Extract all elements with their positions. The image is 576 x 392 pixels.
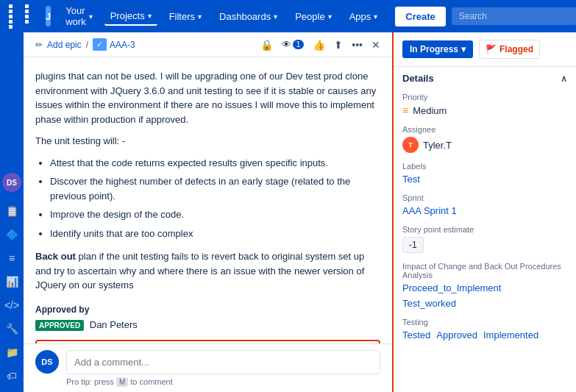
create-button[interactable]: Create bbox=[395, 7, 445, 26]
assignee-name: Tyler.T bbox=[423, 140, 452, 151]
details-section: Details ∧ Priority ≡ Medium Assignee T bbox=[394, 67, 576, 355]
back-out-text: plan if the unit testing fails to is rev… bbox=[35, 251, 364, 291]
comment-area: DS Pro tip: press M to comment bbox=[24, 343, 392, 392]
story-row: Story point estimate -1 bbox=[402, 225, 567, 253]
sidebar-icon-5[interactable]: </> bbox=[1, 295, 22, 316]
assignee-label: Assignee bbox=[402, 125, 567, 134]
testing-label: Testing bbox=[402, 318, 567, 327]
breadcrumb: ✏ Add epic / ✓ AAA-3 bbox=[35, 38, 135, 51]
story-label: Story point estimate bbox=[402, 225, 567, 234]
status-button[interactable]: In Progress ▾ bbox=[402, 40, 473, 58]
issue-header-actions: 🔒 👁 1 👍 ⬆ ••• ✕ bbox=[260, 39, 380, 51]
sprint-row: Sprint AAA Sprint 1 bbox=[402, 193, 567, 216]
labels-row: Labels Test bbox=[402, 162, 567, 185]
unit-testing-intro: The unit testing will: - bbox=[35, 134, 380, 149]
issue-body: plugins that can not be used. I will be … bbox=[24, 57, 392, 343]
share-icon[interactable]: ⬆ bbox=[334, 39, 343, 51]
sidebar-icon-8[interactable]: 🏷 bbox=[1, 366, 22, 386]
details-header: Details ∧ bbox=[402, 73, 567, 84]
priority-row: Priority ≡ Medium bbox=[402, 93, 567, 116]
bullet-item: Discover the highest number of defects i… bbox=[50, 174, 380, 203]
back-out-bold: Back out bbox=[35, 251, 76, 262]
thumbsup-icon[interactable]: 👍 bbox=[313, 39, 325, 51]
impact-links: Proceed_to_Implement Test_worked bbox=[402, 282, 567, 309]
bullet-list: Attest that the code returns expected re… bbox=[50, 156, 380, 241]
comment-input-wrap: Pro tip: press M to comment bbox=[66, 350, 380, 386]
details-label: Details bbox=[402, 73, 434, 84]
flagged-button[interactable]: 🚩 Flagged bbox=[479, 40, 540, 59]
your-work-nav[interactable]: Your work▾ bbox=[60, 2, 98, 30]
top-navigation: J Your work▾ Projects▾ Filters▾ Dashboar… bbox=[0, 0, 576, 32]
impact-label: Impact of Change and Back Out Procedures… bbox=[402, 262, 567, 279]
breadcrumb-ticket[interactable]: ✓ AAA-3 bbox=[93, 38, 135, 51]
people-nav[interactable]: People▾ bbox=[289, 8, 337, 25]
main-layout: DS 📋 🔷 ≡ 📊 </> 🔧 📁 🏷 ✏ Add epic / ✓ AAA-… bbox=[0, 32, 576, 392]
sidebar-icon-1[interactable]: 📋 bbox=[1, 201, 22, 221]
sprint-value[interactable]: AAA Sprint 1 bbox=[402, 205, 567, 216]
impact-row: Impact of Change and Back Out Procedures… bbox=[402, 262, 567, 309]
pro-tip: Pro tip: press M to comment bbox=[66, 377, 380, 386]
close-icon[interactable]: ✕ bbox=[371, 39, 380, 51]
approved-badge: APPROVED bbox=[35, 320, 84, 331]
projects-nav[interactable]: Projects▾ bbox=[104, 7, 157, 26]
breadcrumb-separator: / bbox=[86, 40, 88, 50]
commenter-avatar: DS bbox=[35, 350, 59, 374]
labels-value[interactable]: Test bbox=[402, 174, 567, 185]
bullet-item: Improve the design of the code. bbox=[50, 207, 380, 222]
test-chip-3[interactable]: Implemented bbox=[483, 329, 538, 341]
flagged-label: Flagged bbox=[499, 44, 533, 54]
labels-label: Labels bbox=[402, 162, 567, 171]
details-chevron-icon[interactable]: ∧ bbox=[561, 74, 567, 84]
approved-by: Approved by APPROVED Dan Peters bbox=[35, 304, 380, 331]
back-out-paragraph: Back out plan if the unit testing fails … bbox=[35, 249, 380, 293]
bullet-item: Attest that the code returns expected re… bbox=[50, 156, 380, 171]
testing-values: Tested Approved Implemented bbox=[402, 329, 567, 341]
more-icon[interactable]: ••• bbox=[352, 39, 363, 51]
apps-nav[interactable]: Apps▾ bbox=[344, 8, 384, 25]
priority-label: Priority bbox=[402, 93, 567, 101]
assignee-row: Assignee T Tyler.T bbox=[402, 125, 567, 153]
status-label: In Progress bbox=[410, 44, 458, 54]
test-chip-1[interactable]: Tested bbox=[402, 329, 430, 341]
sidebar-icon-3[interactable]: ≡ bbox=[1, 248, 22, 268]
impact-link-1[interactable]: Proceed_to_Implement bbox=[402, 282, 501, 293]
story-value: -1 bbox=[402, 237, 567, 253]
content-area: ✏ Add epic / ✓ AAA-3 🔒 👁 1 👍 ⬆ bbox=[24, 32, 576, 392]
dashboards-nav[interactable]: Dashboards▾ bbox=[213, 8, 283, 25]
status-chevron: ▾ bbox=[461, 44, 466, 54]
sidebar-icon-6[interactable]: 🔧 bbox=[1, 318, 22, 339]
edit-icon[interactable]: ✏ bbox=[35, 40, 43, 50]
approved-by-label: Approved by bbox=[35, 304, 380, 315]
priority-value: ≡ Medium bbox=[402, 104, 567, 116]
flag-icon: 🚩 bbox=[486, 44, 497, 54]
right-panel: In Progress ▾ 🚩 Flagged Details ∧ Priori… bbox=[392, 32, 576, 392]
user-avatar[interactable]: DS bbox=[2, 173, 21, 192]
lock-icon[interactable]: 🔒 bbox=[260, 39, 273, 51]
filters-nav[interactable]: Filters▾ bbox=[163, 8, 207, 25]
grid-icon[interactable] bbox=[9, 4, 40, 29]
impact-link-2[interactable]: Test_worked bbox=[402, 298, 456, 309]
status-bar: In Progress ▾ 🚩 Flagged bbox=[394, 32, 576, 67]
issue-header: ✏ Add epic / ✓ AAA-3 🔒 👁 1 👍 ⬆ bbox=[24, 32, 392, 57]
ticket-icon: ✓ bbox=[93, 38, 107, 51]
sidebar-icon-2[interactable]: 🔷 bbox=[1, 224, 22, 245]
test-chip-2[interactable]: Approved bbox=[436, 329, 477, 341]
watch-icon[interactable]: 👁 1 bbox=[282, 39, 305, 50]
breadcrumb-add-epic[interactable]: Add epic bbox=[47, 40, 82, 50]
comment-input[interactable] bbox=[66, 350, 380, 374]
assignee-avatar: T bbox=[402, 137, 419, 153]
testing-row: Testing Tested Approved Implemented bbox=[402, 318, 567, 341]
assignee-value: T Tyler.T bbox=[402, 137, 567, 153]
sidebar-icon-4[interactable]: 📊 bbox=[1, 271, 22, 292]
search-input[interactable] bbox=[452, 7, 576, 25]
key-hint: M bbox=[116, 377, 128, 387]
approver-name: Dan Peters bbox=[90, 319, 138, 330]
sidebar-icon-7[interactable]: 📁 bbox=[1, 342, 22, 363]
watch-count: 1 bbox=[293, 40, 305, 49]
bullet-item: Identify units that are too complex bbox=[50, 227, 380, 241]
priority-text: Medium bbox=[413, 105, 447, 116]
left-sidebar: DS 📋 🔷 ≡ 📊 </> 🔧 📁 🏷 bbox=[0, 32, 24, 392]
story-box[interactable]: -1 bbox=[402, 237, 424, 253]
body-paragraph: plugins that can not be used. I will be … bbox=[35, 69, 380, 126]
issue-panel: ✏ Add epic / ✓ AAA-3 🔒 👁 1 👍 ⬆ bbox=[24, 32, 392, 392]
